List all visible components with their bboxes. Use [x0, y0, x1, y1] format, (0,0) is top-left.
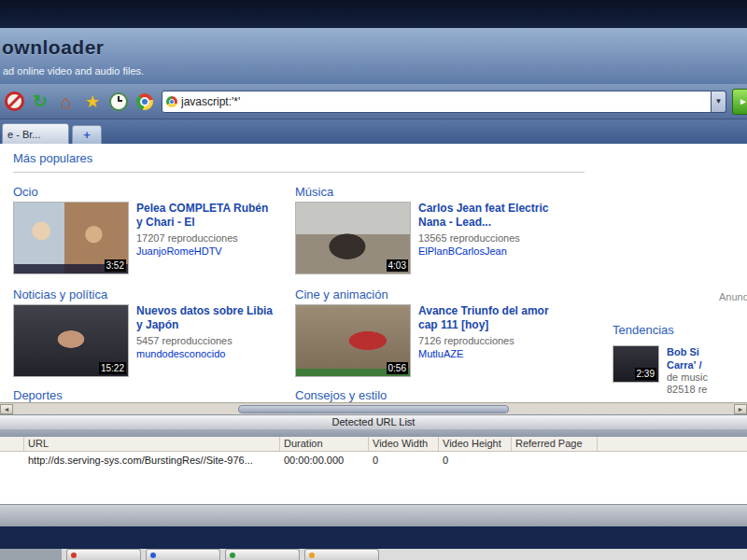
scroll-right-button[interactable]: ► [734, 404, 747, 414]
column-header-video-height[interactable]: Video Height [439, 437, 512, 451]
table-row[interactable]: http://ds.serving-sys.com/BurstingRes//S… [0, 452, 747, 469]
panel-footer [0, 504, 747, 526]
column-header-referred-page[interactable]: Referred Page [512, 437, 598, 451]
section-title-tendencias[interactable]: Tendencias [613, 323, 674, 337]
video-views: 5457 reproducciones [136, 335, 276, 346]
block-icon [5, 91, 24, 111]
video-item: 15:22 Nuevos datos sobre Libia y Japón 5… [13, 304, 276, 377]
scroll-left-button[interactable]: ◄ [0, 404, 13, 414]
video-thumbnail[interactable]: 15:22 [13, 304, 129, 377]
row-type-cell [0, 455, 24, 466]
video-item: 4:03 Carlos Jean feat Electric Nana - Le… [295, 202, 558, 274]
video-channel-link[interactable]: JuanjoRomeHDTV [136, 245, 276, 257]
video-meta: Bob Si Carra' / de music 82518 re [667, 345, 747, 396]
taskbar-button-icon [150, 553, 156, 558]
video-channel-link[interactable]: MutluAZE [418, 348, 558, 359]
block-ads-button[interactable] [3, 91, 25, 113]
column-header-url[interactable]: URL [24, 437, 280, 451]
home-button[interactable]: ⌂ [55, 91, 78, 113]
duration-badge: 3:52 [105, 259, 126, 272]
arrow-left-icon: ◄ [4, 406, 10, 413]
video-thumbnail[interactable]: 4:03 [295, 202, 411, 274]
duration-badge: 15:22 [99, 362, 126, 374]
taskbar-button[interactable] [225, 549, 300, 560]
video-views: 13565 reproducciones [418, 232, 558, 244]
address-input[interactable] [181, 95, 707, 108]
video-item: 0:56 Avance Triunfo del amor cap 111 [ho… [295, 304, 558, 377]
taskbar-start-area [0, 549, 62, 560]
row-video-width-cell: 0 [369, 455, 439, 466]
star-icon: ★ [85, 93, 100, 110]
address-bar[interactable] [162, 91, 712, 113]
go-button[interactable]: ► [732, 89, 747, 115]
section-title-cine[interactable]: Cine y animación [295, 287, 388, 301]
desktop-bottom-strip [0, 526, 747, 549]
plus-icon: + [83, 128, 91, 142]
app-title: ownloader [2, 36, 105, 59]
taskbar-button[interactable] [146, 549, 220, 560]
video-thumbnail[interactable]: 0:56 [295, 304, 411, 377]
ad-label: Anunc [719, 291, 747, 302]
history-button[interactable] [107, 91, 130, 113]
scrollbar-thumb[interactable] [238, 405, 509, 413]
video-views: 82518 re [667, 384, 747, 396]
taskbar-button-icon [71, 553, 77, 558]
taskbar-button[interactable] [66, 549, 141, 560]
video-title-link[interactable]: Pelea COMPLETA Rubén y Chari - El [136, 202, 276, 230]
section-title-noticias[interactable]: Noticias y política [13, 287, 107, 301]
section-title-ocio[interactable]: Ocio [13, 185, 38, 199]
browser-tab[interactable]: e - Br... [2, 123, 69, 144]
video-thumbnail[interactable]: 2:39 [613, 345, 659, 383]
heading-divider [13, 172, 585, 173]
app-window: ownloader ad online video and audio file… [0, 0, 747, 560]
browser-toolbar: ↻ ⌂ ★ ▼ ► [0, 84, 747, 119]
video-channel-link[interactable]: ElPlanBCarlosJean [418, 245, 558, 257]
video-meta: Avance Triunfo del amor cap 111 [hoy] 71… [418, 304, 558, 377]
section-title-consejos[interactable]: Consejos y estilo [295, 388, 387, 402]
column-header-icon [0, 437, 24, 451]
app-subtitle: ad online video and audio files. [3, 65, 144, 77]
url-list-empty-area [0, 469, 747, 504]
video-thumbnail[interactable]: 3:52 [13, 202, 129, 274]
video-title-link[interactable]: Bob Si [667, 345, 747, 358]
chrome-icon [136, 93, 153, 110]
video-channel-link[interactable]: mundodesconocido [136, 348, 276, 359]
video-item: 2:39 Bob Si Carra' / de music 82518 re [613, 345, 747, 396]
column-header-video-width[interactable]: Video Width [369, 437, 439, 451]
video-meta: Nuevos datos sobre Libia y Japón 5457 re… [136, 304, 276, 377]
row-url-cell: http://ds.serving-sys.com/BurstingRes//S… [24, 455, 280, 466]
tab-bar: e - Br... + [0, 119, 747, 144]
column-header-duration[interactable]: Duration [280, 437, 369, 451]
video-title-link[interactable]: Carlos Jean feat Electric Nana - Lead... [418, 202, 558, 230]
video-meta-text: de music [667, 371, 747, 384]
url-panel-divider-strip [0, 429, 747, 437]
go-arrow-icon: ► [739, 96, 747, 106]
taskbar-button-icon [230, 553, 235, 558]
refresh-button[interactable]: ↻ [29, 91, 51, 113]
video-title-link[interactable]: Avance Triunfo del amor cap 111 [hoy] [418, 304, 558, 332]
favorites-button[interactable]: ★ [81, 91, 104, 113]
taskbar-button[interactable] [304, 549, 379, 560]
video-views: 17207 reproducciones [136, 232, 276, 244]
desktop-top-strip [0, 0, 747, 28]
browser-engine-button[interactable] [134, 91, 156, 113]
duration-badge: 2:39 [635, 368, 656, 380]
row-video-height-cell: 0 [439, 455, 512, 466]
chevron-down-icon: ▼ [715, 97, 723, 105]
taskbar [0, 549, 747, 560]
section-title-deportes[interactable]: Deportes [13, 388, 63, 402]
row-duration-cell: 00:00:00.000 [280, 455, 369, 466]
video-title-link[interactable]: Carra' / [667, 358, 747, 371]
horizontal-scrollbar[interactable]: ◄ ► [0, 402, 747, 414]
page-favicon-icon [166, 96, 177, 107]
page-heading[interactable]: Más populares [13, 151, 92, 165]
url-table-header: URL Duration Video Width Video Height Re… [0, 437, 747, 452]
column-header-filler [598, 437, 747, 451]
video-views: 7126 reproducciones [418, 335, 558, 346]
address-dropdown-button[interactable]: ▼ [712, 91, 726, 113]
new-tab-button[interactable]: + [72, 125, 102, 144]
section-title-musica[interactable]: Música [295, 185, 333, 199]
video-title-link[interactable]: Nuevos datos sobre Libia y Japón [136, 304, 276, 332]
arrow-right-icon: ► [738, 406, 744, 413]
video-meta: Pelea COMPLETA Rubén y Chari - El 17207 … [136, 202, 276, 274]
